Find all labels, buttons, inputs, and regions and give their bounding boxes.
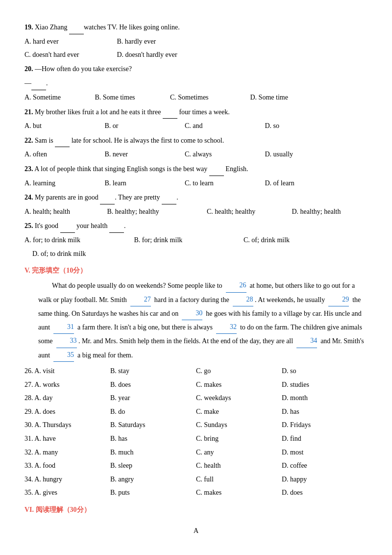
question-20-line2: — . (24, 76, 368, 90)
options-25-row2: D. of; to drink milk (24, 248, 368, 261)
answer-row-26: 26. A. visit B. stay C. go D. so (24, 365, 368, 378)
page-label: A (194, 527, 198, 534)
section5-title: V. 完形填空（10分） (24, 264, 368, 277)
question-21: 21. My brother likes fruit a lot and he … (24, 105, 368, 119)
question-25: 25. It's good your health . (24, 219, 368, 233)
answer-row-27: 27. A. works B. does C. makes D. studies (24, 378, 368, 392)
answer-row-31: 31. A. have B. has C. bring D. find (24, 432, 368, 446)
options-19: A. hard ever B. hardly ever (24, 35, 368, 49)
answer-row-32: 32. A. many B. much C. any D. most (24, 446, 368, 459)
answer-row-29: 29. A. does B. do C. make D. has (24, 405, 368, 419)
passage-text: What do people usually do on weekends? S… (38, 278, 368, 362)
question-22: 22. Sam is late for school. He is always… (24, 134, 368, 148)
section6-title: VI. 阅读理解（30分） (24, 504, 368, 516)
question-19: 19. Xiao Zhang watches TV. He likes goin… (24, 21, 368, 34)
options-20: A. Sometime B. Some times C. Sometimes D… (24, 91, 368, 104)
question-24: 24. My parents are in good . They are pr… (24, 191, 368, 204)
question-23: 23. A lot of people think that singing E… (24, 162, 368, 176)
answer-row-30: 30. A. Thursdays B. Saturdays C. Sundays… (24, 419, 368, 432)
answer-row-35: 35. A. gives B. puts C. makes D. does (24, 486, 368, 500)
answer-row-28: 28. A. day B. year C. weekdays D. month (24, 392, 368, 405)
answer-table-section5: 26. A. visit B. stay C. go D. so 27. A. … (24, 365, 368, 500)
options-25-row1: A. for; to drink milk B. for; drink milk… (24, 234, 368, 247)
page-footer: A (24, 525, 368, 537)
answer-row-33: 33. A. food B. sleep C. health D. coffee (24, 459, 368, 473)
options-24: A. health; health B. healthy; healthy C.… (24, 205, 368, 219)
answer-row-34: 34. A. hungry B. angry C. full D. happy (24, 473, 368, 486)
options-21: A. but B. or C. and D. so (24, 120, 368, 133)
options-19-row2: C. doesn't hard ever D. doesn't hardly e… (24, 49, 368, 62)
question-20: 20. —How often do you take exercise? (24, 63, 368, 76)
options-22: A. often B. never C. always D. usually (24, 148, 368, 161)
options-23: A. learning B. learn C. to learn D. of l… (24, 177, 368, 190)
